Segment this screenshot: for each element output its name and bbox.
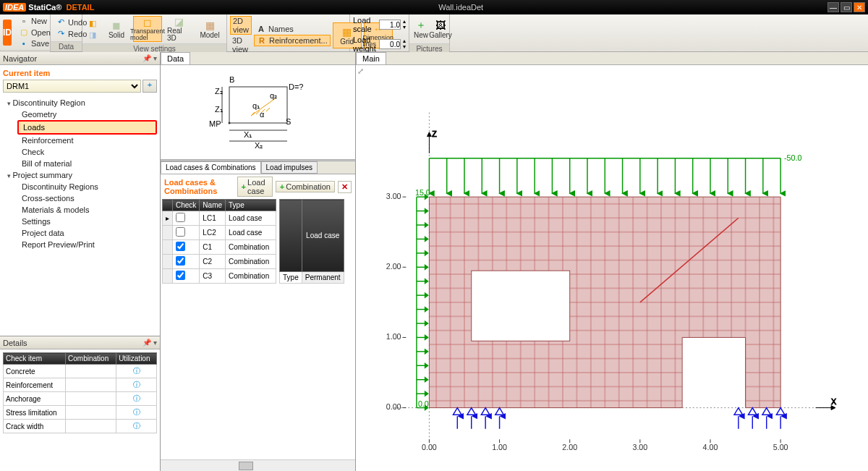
icon-box1[interactable]: ◧ (85, 18, 100, 29)
app-logo: IDEA StatiCa® DETAIL (3, 3, 94, 12)
undo-icon: ↶ (56, 17, 66, 27)
svg-text:3.00: 3.00 (386, 192, 401, 200)
navigator-panel: Navigator 📌 ▾ Current item DRM1 + Discon… (0, 52, 161, 471)
tree-node-geometry[interactable]: Geometry (17, 109, 157, 120)
check-lc2[interactable] (176, 227, 185, 237)
load-diagram: Z₂Z₁ X₁ X₂ MP BD=? q₂q₁ S α (161, 65, 355, 159)
table-row[interactable]: TypePermanent (280, 272, 344, 284)
open-button[interactable]: ▢Open (17, 27, 53, 38)
tree-node-projectdata[interactable]: Project data (17, 227, 157, 239)
svg-text:MP: MP (209, 119, 221, 128)
2dview-button[interactable]: 2D view (230, 16, 252, 35)
svg-text:-50.0: -50.0 (784, 153, 801, 162)
info-icon[interactable]: ⓘ (116, 378, 157, 392)
table-row[interactable]: Anchorageⓘ (4, 392, 157, 406)
add-loadcase-button[interactable]: +Load case (237, 177, 273, 197)
add-combination-button[interactable]: +Combination (276, 181, 335, 192)
tree-node-settings[interactable]: Settings (17, 216, 157, 227)
current-item-label: Current item (3, 67, 157, 80)
svg-text:3.00: 3.00 (632, 443, 647, 451)
stepper-icon[interactable]: ▴▾ (403, 38, 406, 50)
tree-node-check[interactable]: Check (17, 146, 157, 158)
cube-icon: ◼ (109, 19, 124, 32)
svg-point-16 (228, 122, 230, 124)
tree-node-report[interactable]: Report Preview/Print (17, 239, 157, 250)
check-c1[interactable] (176, 242, 185, 251)
add-item-button[interactable]: + (142, 80, 157, 93)
info-icon[interactable]: ⓘ (116, 406, 157, 420)
table-row[interactable]: Stress limitationⓘ (4, 406, 157, 420)
details-table: Check itemCombinationUtilization Concret… (3, 352, 157, 433)
new-button[interactable]: ▫New (17, 16, 53, 26)
table-row[interactable]: Concreteⓘ (4, 365, 157, 378)
check-c3[interactable] (176, 271, 185, 280)
table-row[interactable]: C1Combination (163, 240, 276, 255)
check-lc1[interactable] (176, 213, 185, 222)
stepper-icon[interactable]: ▴▾ (403, 19, 406, 30)
svg-text:q₁: q₁ (252, 101, 260, 110)
current-item-dropdown[interactable]: DRM1 (3, 80, 141, 93)
plus-icon: ＋ (414, 19, 428, 32)
model-icon: ▦ (203, 19, 217, 32)
tab-loadimpulses[interactable]: Load impulses (261, 161, 318, 174)
table-row[interactable]: Reinforcementⓘ (4, 378, 157, 392)
tree-node-reinforcement[interactable]: Reinforcement (17, 135, 157, 146)
svg-text:0.0: 0.0 (418, 399, 429, 408)
pin-icon[interactable]: 📌 ▾ (142, 54, 157, 62)
maximize-button[interactable]: ▭ (841, 2, 852, 12)
tree-node-crosssections[interactable]: Cross-sections (17, 192, 157, 204)
pin-icon[interactable]: 📌 ▾ (142, 339, 157, 347)
info-icon[interactable]: ⓘ (116, 392, 157, 406)
file-menu-button[interactable]: ID (3, 20, 12, 46)
names-button[interactable]: ANames (254, 24, 331, 34)
delete-button[interactable]: ✕ (338, 181, 352, 193)
minimize-button[interactable]: — (827, 2, 839, 12)
svg-text:X: X (831, 397, 836, 406)
horizontal-scrollbar[interactable] (161, 459, 355, 471)
svg-text:1.00: 1.00 (386, 332, 401, 341)
icon-box2[interactable]: ◨ (85, 30, 100, 41)
drawing-canvas[interactable]: -50.0 15.0 0.0 (356, 77, 868, 471)
load-weight-input[interactable] (379, 39, 401, 49)
new-picture-button[interactable]: ＋New (412, 16, 430, 42)
info-icon[interactable]: ⓘ (116, 365, 157, 378)
solid-button[interactable]: ◼Solid (102, 16, 131, 42)
tree-node-bom[interactable]: Bill of material (17, 158, 157, 169)
expand-icon[interactable]: ⤢ (357, 67, 364, 75)
transparent-button[interactable]: ◻Transparent model (133, 16, 162, 42)
svg-text:Z₂: Z₂ (215, 87, 223, 96)
save-icon: ▪ (19, 39, 29, 48)
reinforcement-button[interactable]: RReinforcement... (254, 35, 331, 46)
load-scale-input[interactable] (379, 20, 401, 30)
new-icon: ▫ (19, 17, 29, 25)
table-row[interactable]: Crack widthⓘ (4, 420, 157, 433)
tab-main[interactable]: Main (356, 52, 386, 64)
title-bar: IDEA StatiCa® DETAIL Wall.ideaDet — ▭ ✕ (0, 0, 868, 14)
load-weight-field: Load weight▴▾ (353, 35, 406, 53)
text-icon: A (256, 25, 266, 33)
tree-node-loads[interactable]: Loads (17, 120, 157, 135)
tab-loadcases[interactable]: Load cases & Combinations (161, 161, 261, 174)
table-row[interactable]: C2Combination (163, 255, 276, 269)
tree-node-summary[interactable]: Project summary (3, 169, 157, 181)
ribbon: ID ▫New ▢Open ▪Save Project ↶Undo ↷Redo … (0, 14, 868, 52)
lc-tabs: Load cases & Combinations Load impulses (161, 161, 355, 174)
redo-icon: ↷ (56, 29, 66, 38)
table-row[interactable]: LC2Load case (163, 226, 276, 240)
open-icon: ▢ (19, 27, 29, 37)
tab-data[interactable]: Data (161, 52, 190, 64)
info-icon[interactable]: ⓘ (116, 420, 157, 433)
table-row[interactable]: ▸LC1Load case (163, 211, 276, 226)
tree-node-discontinuity[interactable]: Discontinuity Region (3, 97, 157, 109)
tree-node-regions[interactable]: Discontinuity Regions (17, 181, 157, 192)
group-label-data: Data (51, 41, 82, 51)
svg-text:0.00: 0.00 (386, 402, 401, 411)
real3d-button[interactable]: ◪Real 3D (164, 16, 193, 42)
gallery-button[interactable]: 🖼Gallery (432, 16, 449, 42)
check-c2[interactable] (176, 256, 185, 266)
tree-node-materials[interactable]: Materials & models (17, 204, 157, 216)
model-button[interactable]: ▦Model (195, 16, 224, 42)
table-row[interactable]: C3Combination (163, 269, 276, 284)
close-button[interactable]: ✕ (854, 2, 865, 12)
save-button[interactable]: ▪Save (17, 38, 53, 48)
